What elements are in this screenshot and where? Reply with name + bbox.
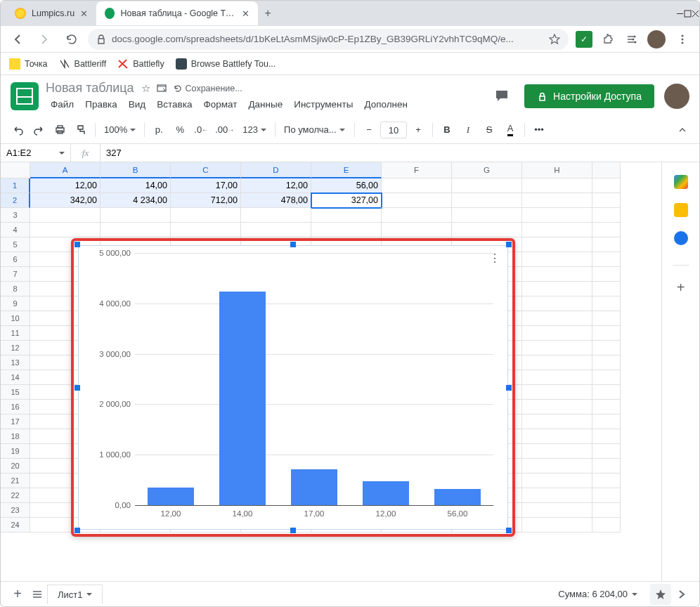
col-header-F[interactable]: F xyxy=(382,162,452,178)
add-sheet-button[interactable]: + xyxy=(8,585,27,604)
cell[interactable]: 327,00 xyxy=(311,193,382,208)
menu-insert[interactable]: Вставка xyxy=(152,97,197,112)
cell[interactable] xyxy=(241,208,311,223)
cell[interactable] xyxy=(452,178,522,193)
cell[interactable] xyxy=(311,208,382,223)
cell[interactable] xyxy=(171,223,241,237)
chart-bar[interactable] xyxy=(148,488,193,505)
menu-format[interactable]: Формат xyxy=(198,97,242,112)
extension-eq-icon[interactable] xyxy=(623,31,640,48)
cell[interactable] xyxy=(522,385,592,400)
cell[interactable] xyxy=(30,208,101,223)
cell[interactable] xyxy=(592,444,621,459)
collapse-toolbar-button[interactable] xyxy=(673,120,692,140)
currency-button[interactable]: р. xyxy=(149,120,169,140)
fx-input[interactable]: 327 xyxy=(101,148,127,158)
cell[interactable]: 12,00 xyxy=(30,178,101,193)
cell[interactable] xyxy=(592,341,621,355)
cell[interactable] xyxy=(522,355,592,370)
close-icon[interactable]: ✕ xyxy=(242,8,249,19)
bookmark-0[interactable]: Точка xyxy=(9,58,48,70)
window-maximize-button[interactable] xyxy=(684,10,692,18)
cell[interactable] xyxy=(522,267,592,282)
cell[interactable] xyxy=(592,518,621,533)
cell[interactable] xyxy=(592,237,621,252)
cell[interactable]: 478,00 xyxy=(241,193,311,208)
share-button[interactable]: Настройки Доступа xyxy=(524,84,654,108)
col-header-D[interactable]: D xyxy=(241,162,311,178)
cell[interactable] xyxy=(241,223,311,237)
bookmark-2[interactable]: Battlefly xyxy=(117,58,164,70)
bold-button[interactable]: B xyxy=(437,120,457,140)
redo-button[interactable] xyxy=(29,120,48,140)
zoom-dropdown[interactable]: 100% xyxy=(100,120,140,140)
cell[interactable] xyxy=(522,474,592,488)
cell[interactable] xyxy=(522,518,592,533)
forward-button[interactable] xyxy=(34,30,54,49)
row-header[interactable]: 5 xyxy=(1,237,30,252)
keep-icon[interactable] xyxy=(674,203,688,217)
all-sheets-button[interactable] xyxy=(27,585,47,604)
cell[interactable] xyxy=(522,296,592,311)
doc-title[interactable]: Новая таблица xyxy=(46,81,134,96)
cell[interactable] xyxy=(522,444,592,459)
increase-decimal-button[interactable]: .00→ xyxy=(212,120,237,140)
cell[interactable] xyxy=(452,208,522,223)
fontsize-plus[interactable]: + xyxy=(408,120,428,140)
undo-button[interactable] xyxy=(8,120,27,140)
cell[interactable] xyxy=(522,503,592,518)
menu-addons[interactable]: Дополнен xyxy=(359,97,413,112)
new-tab-button[interactable]: + xyxy=(258,4,278,23)
cell[interactable] xyxy=(522,193,592,208)
browser-tab-1[interactable]: Новая таблица - Google Таблиц ✕ xyxy=(96,1,258,25)
cell[interactable]: 342,00 xyxy=(30,193,101,208)
row-header[interactable]: 17 xyxy=(1,415,30,429)
cell[interactable]: 712,00 xyxy=(171,193,241,208)
strike-button[interactable]: S xyxy=(479,120,499,140)
textcolor-button[interactable]: A xyxy=(500,120,520,140)
cell[interactable] xyxy=(171,208,241,223)
cell[interactable] xyxy=(101,223,171,237)
cell[interactable] xyxy=(101,208,171,223)
cell[interactable] xyxy=(522,282,592,296)
cell[interactable] xyxy=(522,311,592,326)
cell[interactable] xyxy=(382,208,452,223)
row-header[interactable]: 22 xyxy=(1,488,30,503)
cell[interactable] xyxy=(592,193,621,208)
cell[interactable] xyxy=(522,178,592,193)
cell[interactable]: 14,00 xyxy=(101,178,171,193)
cell[interactable] xyxy=(522,400,592,415)
cell[interactable] xyxy=(592,223,621,237)
row-header[interactable]: 15 xyxy=(1,385,30,400)
decrease-decimal-button[interactable]: .0← xyxy=(191,120,211,140)
col-header-A[interactable]: A xyxy=(30,162,101,178)
row-header[interactable]: 20 xyxy=(1,459,30,474)
row-header[interactable]: 21 xyxy=(1,474,30,488)
italic-button[interactable]: I xyxy=(458,120,478,140)
browser-tab-0[interactable]: Lumpics.ru ✕ xyxy=(6,1,96,25)
cell[interactable] xyxy=(592,415,621,429)
cell[interactable] xyxy=(522,370,592,385)
menu-tools[interactable]: Инструменты xyxy=(289,97,358,112)
cell[interactable] xyxy=(592,282,621,296)
row-header[interactable]: 10 xyxy=(1,311,30,326)
menu-view[interactable]: Вид xyxy=(124,97,150,112)
chart-bar[interactable] xyxy=(363,481,408,505)
menu-file[interactable]: Файл xyxy=(46,97,79,112)
back-button[interactable] xyxy=(8,30,27,49)
cell[interactable] xyxy=(592,311,621,326)
embedded-chart[interactable]: ⋮ 0,001 000,002 000,003 000,004 000,005 … xyxy=(78,245,508,530)
cell[interactable] xyxy=(452,193,522,208)
row-header[interactable]: 6 xyxy=(1,252,30,267)
row-header[interactable]: 23 xyxy=(1,503,30,518)
menu-data[interactable]: Данные xyxy=(243,97,287,112)
cell[interactable] xyxy=(382,223,452,237)
add-addons-button[interactable]: + xyxy=(677,280,685,296)
col-header-H[interactable]: H xyxy=(522,162,592,178)
star-icon[interactable]: ☆ xyxy=(141,82,150,95)
cell[interactable] xyxy=(522,326,592,341)
cell[interactable] xyxy=(522,223,592,237)
cell[interactable] xyxy=(592,429,621,444)
cell[interactable] xyxy=(311,223,382,237)
number-format-dropdown[interactable]: 123 xyxy=(238,120,271,140)
